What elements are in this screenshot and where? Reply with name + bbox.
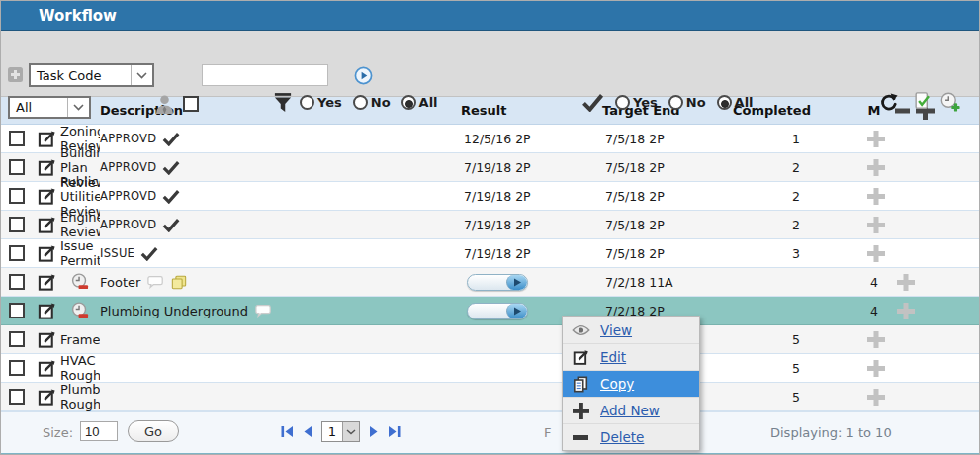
row-description: HVAC Rough [60, 353, 100, 383]
table-row[interactable]: Engineering Review APPROVD 7/19/18 2P 7/… [1, 211, 979, 239]
table-row[interactable]: Issue Permit ISSUE 7/19/18 2P 7/5/18 2P … [1, 239, 979, 268]
context-menu: View Edit Copy [562, 316, 700, 451]
context-menu-item-label: Edit [600, 349, 626, 365]
result-check-icon [162, 132, 180, 146]
start-play-icon [506, 275, 527, 290]
filter-funnel-icon[interactable] [274, 92, 292, 114]
table-row[interactable]: Frame 5 [1, 325, 979, 354]
row-add-plus-icon[interactable] [859, 131, 889, 147]
row-checkbox[interactable] [9, 188, 25, 204]
row-add-plus-icon[interactable] [859, 217, 889, 233]
chevron-down-icon [342, 422, 359, 441]
row-add-plus-icon[interactable] [859, 245, 889, 262]
comment-icon[interactable] [147, 275, 164, 289]
radio-yes[interactable]: Yes [615, 95, 658, 110]
target-end-cell: 12/5/16 2P [461, 132, 602, 146]
row-edit-icon[interactable] [33, 244, 60, 263]
row-checkbox[interactable] [9, 303, 25, 318]
table-row[interactable]: Building Plan Review APPROVD 7/19/18 2P … [1, 153, 979, 182]
result-text: ISSUE [100, 246, 134, 260]
row-edit-icon[interactable] [33, 130, 60, 148]
result-start-widget[interactable] [467, 303, 528, 319]
context-menu-item-label: Delete [600, 429, 644, 445]
copy-icon [572, 376, 590, 393]
table-row[interactable]: Plumbing Underground 7/2/18 2P 4 [1, 297, 979, 325]
first-page-icon[interactable] [281, 425, 294, 438]
chevron-down-icon [131, 65, 152, 85]
row-checkbox[interactable] [9, 360, 25, 376]
edit-icon [572, 349, 590, 366]
radio-no[interactable]: No [353, 95, 391, 110]
row-edit-icon[interactable] [33, 302, 60, 320]
row-edit-icon[interactable] [33, 158, 60, 177]
row-add-plus-icon[interactable] [859, 331, 889, 348]
chevron-down-icon [67, 98, 89, 117]
target-end-cell: 7/19/18 2P [461, 160, 602, 175]
row-add-plus-icon[interactable] [859, 188, 889, 205]
row-checkbox[interactable] [9, 245, 25, 261]
row-checkbox[interactable] [9, 159, 25, 175]
assignee-checkbox[interactable] [183, 96, 199, 112]
table-row[interactable]: Public Utilities Review APPROVD 7/19/18 … [1, 182, 979, 211]
context-menu-item-label: View [600, 322, 632, 338]
row-add-plus-icon[interactable] [889, 303, 979, 319]
row-checkbox[interactable] [9, 217, 25, 232]
page-title: Workflow [1, 7, 117, 25]
row-checkbox[interactable] [9, 389, 25, 405]
row-add-plus-icon[interactable] [859, 389, 889, 406]
context-menu-item[interactable]: Delete [563, 423, 699, 450]
row-checkbox[interactable] [9, 131, 25, 146]
row-add-plus-icon[interactable] [889, 274, 979, 291]
result-check-icon [162, 160, 180, 175]
search-field-select[interactable]: Task Code [29, 63, 154, 87]
overdue-clock-icon [60, 273, 100, 291]
row-edit-icon[interactable] [33, 273, 60, 292]
refresh-icon[interactable] [879, 93, 898, 112]
edit-results-icon[interactable] [914, 91, 932, 111]
page-number-select[interactable]: 1 [321, 421, 360, 442]
notes-icon[interactable] [171, 275, 187, 290]
row-add-plus-icon[interactable] [859, 159, 889, 176]
approved-check-icon [581, 93, 604, 112]
table-row[interactable]: Plumbing Rough 5 [1, 383, 979, 411]
status-select[interactable]: All [8, 96, 91, 119]
comment-icon[interactable] [255, 304, 272, 318]
page-size-input[interactable] [80, 421, 118, 441]
row-edit-icon[interactable] [33, 388, 60, 407]
context-menu-item[interactable]: View [563, 317, 699, 343]
displaying-count: Displaying: 1 to 10 [770, 425, 892, 440]
radio-all[interactable]: All [717, 95, 754, 110]
overdue-clock-icon [60, 302, 100, 319]
prev-page-icon[interactable] [303, 425, 312, 438]
table-row[interactable]: Zoning Review APPROVD 12/5/16 2P 7/5/18 … [1, 125, 979, 153]
table-row[interactable]: Footer 7/2/18 11A 4 [1, 268, 979, 297]
row-add-plus-icon[interactable] [859, 360, 889, 377]
next-page-icon[interactable] [369, 425, 379, 438]
row-checkbox[interactable] [9, 331, 25, 347]
row-checkbox[interactable] [9, 274, 25, 290]
radio-all[interactable]: All [401, 95, 438, 110]
go-button[interactable]: Go [128, 420, 179, 442]
footer-bar: Size: Go 1 F Displaying: 1 to [1, 411, 979, 453]
result-start-widget[interactable] [467, 274, 528, 291]
toolbar: Task Code All YesNoAll YesNoAll [1, 31, 979, 97]
run-search-icon[interactable] [354, 66, 373, 85]
radio-no[interactable]: No [668, 95, 706, 110]
add-schedule-clock-icon[interactable] [940, 92, 960, 112]
radio-yes[interactable]: Yes [300, 95, 342, 110]
result-check-icon [162, 218, 180, 232]
context-menu-item[interactable]: Add New [563, 397, 699, 423]
row-edit-icon[interactable] [33, 216, 60, 234]
completed-cell: 7/5/18 2P [602, 189, 733, 204]
context-menu-item[interactable]: Edit [563, 343, 699, 370]
target-end-cell: 7/19/18 2P [461, 246, 602, 261]
add-search-criteria-icon[interactable] [8, 67, 23, 82]
search-input[interactable] [202, 64, 328, 86]
table-row[interactable]: HVAC Rough 5 [1, 354, 979, 383]
row-edit-icon[interactable] [33, 359, 60, 378]
last-page-icon[interactable] [388, 425, 401, 438]
row-edit-icon[interactable] [33, 330, 60, 349]
table-header: Description Result Target End Completed … [1, 97, 979, 125]
context-menu-item[interactable]: Copy [563, 370, 699, 397]
row-edit-icon[interactable] [33, 187, 60, 206]
